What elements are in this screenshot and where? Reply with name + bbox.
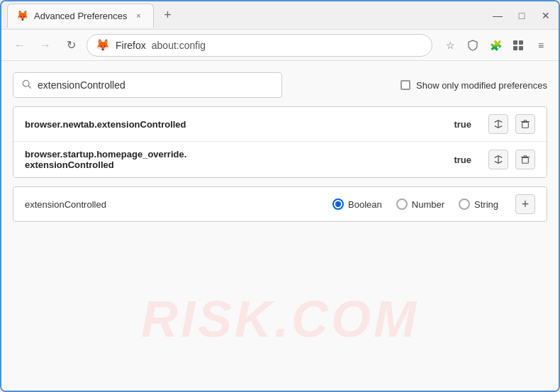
show-modified-checkbox-row[interactable]: Show only modified preferences — [401, 80, 547, 91]
bookmark-icon[interactable]: ☆ — [441, 36, 459, 55]
active-tab[interactable]: 🦊 Advanced Preferences × — [7, 4, 154, 28]
show-modified-label: Show only modified preferences — [416, 80, 547, 91]
watermark: RISK.COM — [141, 290, 419, 348]
svg-rect-0 — [513, 40, 517, 45]
radio-boolean-circle — [332, 198, 344, 210]
pref-name-line2: extensionControlled — [25, 159, 454, 170]
new-tab-button[interactable]: + — [158, 6, 178, 26]
forward-button[interactable]: → — [35, 35, 55, 55]
search-box[interactable] — [13, 72, 282, 98]
minimize-button[interactable]: — — [491, 9, 505, 23]
radio-number-circle — [396, 198, 408, 210]
pref-name-1: browser.newtab.extensionControlled — [25, 119, 454, 130]
profile-icon[interactable] — [509, 36, 527, 55]
type-radio-group: Boolean Number String — [332, 198, 498, 210]
pref-value-1: true — [454, 119, 471, 130]
delete-button-1[interactable] — [515, 114, 535, 134]
svg-rect-3 — [519, 46, 523, 50]
show-modified-checkbox[interactable] — [401, 80, 410, 90]
add-preference-row: extensionControlled Boolean Number Strin… — [13, 186, 547, 222]
address-bar[interactable]: 🦊 Firefox about:config — [86, 34, 432, 57]
refresh-button[interactable]: ↻ — [61, 35, 81, 55]
pref-name-2: browser.startup.homepage_override. exten… — [25, 149, 454, 170]
window-controls: — □ ✕ — [491, 9, 553, 23]
navbar: ← → ↻ 🦊 Firefox about:config ☆ 🧩 — [1, 30, 559, 61]
svg-rect-7 — [522, 122, 529, 128]
titlebar: 🦊 Advanced Preferences × + — □ ✕ — [1, 1, 559, 30]
search-row: Show only modified preferences — [13, 72, 547, 98]
svg-line-5 — [28, 86, 30, 88]
radio-string-circle — [459, 198, 470, 210]
new-pref-name: extensionControlled — [25, 199, 315, 210]
pref-name-line1: browser.startup.homepage_override. — [25, 149, 454, 159]
search-icon — [22, 79, 32, 91]
svg-rect-13 — [522, 157, 529, 163]
main-content: RISK.COM Show only modified preferences — [1, 61, 559, 391]
toggle-button-1[interactable] — [488, 114, 508, 134]
svg-rect-2 — [513, 46, 517, 50]
delete-button-2[interactable] — [515, 150, 535, 169]
table-row: browser.startup.homepage_override. exten… — [13, 142, 547, 177]
url-text: about:config — [152, 40, 206, 51]
toggle-button-2[interactable] — [488, 150, 508, 169]
back-button[interactable]: ← — [10, 35, 30, 55]
radio-boolean[interactable]: Boolean — [332, 198, 382, 210]
radio-number-label: Number — [412, 199, 444, 210]
add-preference-button[interactable]: + — [515, 194, 535, 214]
pref-actions-1 — [488, 114, 535, 134]
radio-string-label: String — [474, 199, 498, 210]
table-row: browser.newtab.extensionControlled true — [13, 107, 547, 142]
tab-label: Advanced Preferences — [34, 11, 128, 21]
shield-icon[interactable] — [464, 36, 482, 55]
menu-button[interactable]: ≡ — [532, 36, 550, 55]
pref-actions-2 — [488, 150, 535, 169]
preferences-table: browser.newtab.extensionControlled true — [13, 106, 547, 178]
tab-close-button[interactable]: × — [133, 10, 145, 21]
radio-string[interactable]: String — [459, 198, 498, 210]
extension-icon[interactable]: 🧩 — [486, 36, 505, 55]
firefox-logo: 🦊 — [96, 38, 110, 52]
browser-name-label: Firefox — [116, 40, 146, 51]
svg-rect-1 — [519, 40, 523, 45]
nav-icons: ☆ 🧩 ≡ — [441, 36, 550, 55]
radio-boolean-label: Boolean — [348, 199, 382, 210]
search-input[interactable] — [38, 79, 273, 91]
pref-value-2: true — [454, 155, 471, 165]
close-button[interactable]: ✕ — [539, 9, 553, 23]
radio-number[interactable]: Number — [396, 198, 444, 210]
tab-icon: 🦊 — [16, 10, 28, 21]
maximize-button[interactable]: □ — [515, 9, 529, 23]
browser-window: 🦊 Advanced Preferences × + — □ ✕ ← → ↻ 🦊… — [0, 0, 560, 392]
